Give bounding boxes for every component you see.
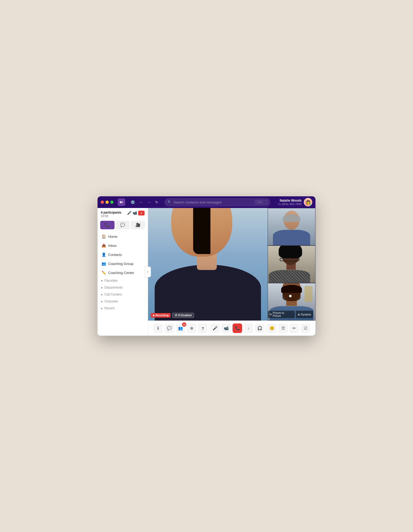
sidebar-item-coaching-center[interactable]: ✏️ Coaching Center bbox=[98, 268, 148, 277]
mute-button[interactable]: 🎤 bbox=[210, 323, 220, 333]
screen-share-button[interactable]: ↑ bbox=[244, 323, 253, 333]
section-label: Channels bbox=[104, 300, 118, 303]
app-window: ⚙️ ← → ↻ 🔍 CMD + / Natalie Woods +1 (604… bbox=[98, 196, 315, 336]
sidebar-item-coaching-group[interactable]: 👥 Coaching Group bbox=[98, 259, 148, 268]
vi-label: VI bbox=[175, 314, 177, 317]
minimize-button[interactable] bbox=[106, 201, 109, 204]
end-call-mini-button[interactable]: ✕ bbox=[138, 211, 145, 215]
chat-icon: 💬 bbox=[167, 326, 172, 331]
emoji-icon: 😊 bbox=[269, 326, 275, 331]
section-departments[interactable]: ▶ Departments bbox=[98, 284, 148, 291]
video-overlays: Recording VI VI Enabled bbox=[151, 313, 194, 318]
section-favorites[interactable]: ▶ Favorites bbox=[98, 277, 148, 284]
dynamic-label: Dynamic bbox=[301, 313, 311, 316]
sidebar-toggle-button[interactable]: ‹ bbox=[145, 267, 151, 277]
user-phone: +1 (604) 359-7840 bbox=[277, 202, 302, 206]
pip-label: Picture-in-Picture bbox=[273, 311, 293, 317]
inbox-icon: 📥 bbox=[101, 243, 106, 248]
checklist-button[interactable]: ☑ bbox=[301, 323, 310, 333]
coaching-group-icon: 👥 bbox=[101, 261, 106, 266]
status-indicator bbox=[309, 203, 311, 206]
participant-2-background bbox=[268, 246, 315, 283]
emoji-button[interactable]: 😊 bbox=[267, 323, 277, 333]
traffic-lights bbox=[101, 201, 113, 204]
section-channels[interactable]: ▶ Channels bbox=[98, 298, 148, 305]
vi-badge: VI VI Enabled bbox=[172, 313, 194, 318]
video-area: Recording VI VI Enabled bbox=[148, 208, 315, 336]
sidebar-item-label: Coaching Group bbox=[108, 262, 133, 266]
phone-end-icon: 📞 bbox=[235, 326, 240, 331]
call-info: 4 participants 10:58 bbox=[101, 211, 127, 218]
participant-video-3: ⧉ Picture-in-Picture ⊞ Dynamic bbox=[268, 283, 315, 321]
svg-point-1 bbox=[122, 201, 123, 203]
menu-icon: ☰ bbox=[281, 326, 285, 331]
more-options-button[interactable]: ☰ bbox=[278, 323, 288, 333]
info-button[interactable]: ℹ bbox=[153, 323, 163, 333]
home-icon: 🏠 bbox=[101, 234, 106, 239]
forward-button[interactable]: → bbox=[146, 199, 152, 205]
tab-call[interactable]: 📞 bbox=[100, 221, 115, 229]
pip-badge[interactable]: ⧉ Picture-in-Picture bbox=[268, 311, 295, 318]
headset-button[interactable]: 🎧 bbox=[255, 323, 264, 333]
recording-dot bbox=[153, 315, 154, 316]
back-button[interactable]: ← bbox=[138, 199, 144, 205]
sidebar-item-contacts[interactable]: 👤 Contacts bbox=[98, 250, 148, 259]
mic-icon: 🎤 bbox=[127, 211, 132, 215]
call-icons: 🎤 📹 ✕ bbox=[127, 211, 145, 215]
participants-button[interactable]: 👥 19 bbox=[176, 323, 185, 333]
recording-badge: Recording bbox=[151, 313, 171, 318]
search-bar: 🔍 CMD + / bbox=[165, 198, 270, 206]
add-participant-button[interactable]: ⊕ bbox=[187, 323, 196, 333]
avatar[interactable]: 👩 bbox=[304, 198, 312, 206]
sidebar-item-label: Coaching Center bbox=[108, 271, 134, 275]
close-button[interactable] bbox=[101, 201, 104, 204]
main-content: 4 participants 10:58 🎤 📹 ✕ 📞 💬 🎥 🏠 bbox=[98, 208, 315, 336]
side-videos: ⧉ Picture-in-Picture ⊞ Dynamic bbox=[268, 208, 315, 321]
search-input[interactable] bbox=[165, 198, 270, 206]
title-bar-actions: ⚙️ ← → ↻ bbox=[129, 199, 159, 205]
sidebar-item-home[interactable]: 🏠 Home bbox=[98, 232, 148, 241]
chevron-right-icon: ▶ bbox=[101, 300, 103, 303]
contacts-icon: 👤 bbox=[101, 252, 106, 257]
headset-icon: 🎧 bbox=[257, 326, 262, 331]
video-toggle-button[interactable]: 📹 bbox=[221, 323, 231, 333]
help-button[interactable]: ? bbox=[198, 323, 208, 333]
section-call-centers[interactable]: ▶ Call Centers bbox=[98, 291, 148, 298]
annotate-button[interactable]: ✏ bbox=[289, 323, 299, 333]
participant-video-2 bbox=[268, 246, 315, 283]
controls-bar: ℹ 💬 👥 19 ⊕ ? bbox=[148, 321, 315, 336]
controls-right: 😊 ☰ ✏ ☑ bbox=[267, 323, 310, 333]
main-video: Recording VI VI Enabled bbox=[148, 208, 268, 321]
refresh-button[interactable]: ↻ bbox=[154, 199, 159, 205]
checklist-icon: ☑ bbox=[304, 326, 307, 331]
chevron-right-icon: ▶ bbox=[101, 286, 103, 289]
participants-badge: 19 bbox=[182, 322, 186, 327]
participant-video-1 bbox=[268, 208, 315, 246]
tab-video[interactable]: 🎥 bbox=[131, 221, 145, 229]
app-logo bbox=[118, 198, 125, 206]
help-icon: ? bbox=[201, 326, 204, 331]
nav-items: 🏠 Home 📥 Inbox 👤 Contacts 👥 Coaching Gro… bbox=[98, 231, 148, 336]
end-call-button[interactable]: 📞 bbox=[233, 323, 242, 333]
title-bar: ⚙️ ← → ↻ 🔍 CMD + / Natalie Woods +1 (604… bbox=[98, 196, 315, 208]
separator-1 bbox=[209, 325, 209, 331]
chat-button[interactable]: 💬 bbox=[165, 323, 174, 333]
user-info: Natalie Woods +1 (604) 359-7840 👩 bbox=[277, 198, 312, 206]
maximize-button[interactable] bbox=[110, 201, 113, 204]
dynamic-badge[interactable]: ⊞ Dynamic bbox=[296, 311, 313, 318]
search-icon: 🔍 bbox=[167, 200, 171, 204]
video-grid: Recording VI VI Enabled bbox=[148, 208, 315, 321]
user-details: Natalie Woods +1 (604) 359-7840 bbox=[277, 199, 302, 206]
controls-center: 🎤 📹 📞 ↑ 🎧 bbox=[210, 323, 264, 333]
pip-icon: ⧉ bbox=[270, 313, 272, 316]
participant-1-background bbox=[268, 208, 315, 245]
tab-messages[interactable]: 💬 bbox=[116, 221, 130, 229]
section-recent[interactable]: ▶ Recent bbox=[98, 305, 148, 312]
video-bottom-overlays: ⧉ Picture-in-Picture ⊞ Dynamic bbox=[268, 311, 313, 318]
controls-left: ℹ 💬 👥 19 ⊕ ? bbox=[153, 323, 208, 333]
add-icon: ⊕ bbox=[190, 326, 193, 331]
sidebar-item-inbox[interactable]: 📥 Inbox bbox=[98, 241, 148, 250]
sidebar: 4 participants 10:58 🎤 📹 ✕ 📞 💬 🎥 🏠 bbox=[98, 208, 148, 336]
separator-2 bbox=[266, 325, 266, 331]
settings-button[interactable]: ⚙️ bbox=[129, 199, 136, 205]
